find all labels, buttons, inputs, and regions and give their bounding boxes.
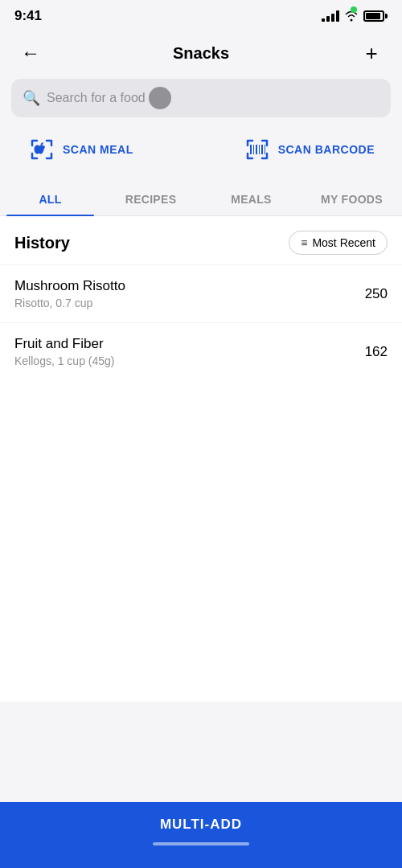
search-icon: 🔍 (23, 89, 40, 107)
tab-recipes[interactable]: RECIPES (100, 183, 201, 215)
food-item[interactable]: Mushroom Risotto Risotto, 0.7 cup 250 (0, 264, 402, 322)
history-title: History (14, 234, 70, 252)
empty-space (0, 380, 402, 702)
svg-rect-5 (265, 145, 265, 154)
back-button[interactable]: ← (16, 39, 45, 68)
food-name: Mushroom Risotto (14, 278, 125, 294)
barcode-scan-icon (243, 135, 272, 164)
meal-scan-icon (27, 135, 56, 164)
svg-rect-4 (261, 145, 263, 154)
page-title: Snacks (173, 44, 229, 63)
content-area: History ≡ Most Recent Mushroom Risotto R… (0, 216, 402, 702)
food-calories: 250 (365, 286, 388, 302)
svg-rect-3 (259, 145, 260, 154)
food-detail: Risotto, 0.7 cup (14, 297, 125, 309)
back-arrow-icon: ← (21, 43, 40, 63)
tab-meals[interactable]: MEALS (201, 183, 302, 215)
search-cursor (149, 87, 171, 109)
dot-indicator (351, 6, 357, 13)
search-bar[interactable]: 🔍 Search for a food (11, 79, 391, 117)
svg-rect-0 (250, 145, 252, 154)
scan-barcode-button[interactable]: SCAN BARCODE (227, 129, 391, 170)
status-bar: 9:41 (0, 0, 402, 29)
scan-options: SCAN MEAL SCAN BARCODE (11, 129, 391, 170)
search-input[interactable]: Search for a food (47, 87, 379, 109)
food-info: Mushroom Risotto Risotto, 0.7 cup (14, 278, 125, 309)
history-section-header: History ≡ Most Recent (0, 216, 402, 264)
tab-all[interactable]: ALL (0, 183, 100, 215)
food-name: Fruit and Fiber (14, 336, 115, 352)
bottom-bar: MULTI-ADD (0, 802, 402, 868)
signal-icon (322, 10, 339, 22)
svg-rect-2 (256, 145, 257, 154)
food-info: Fruit and Fiber Kellogs, 1 cup (45g) (14, 336, 115, 367)
search-placeholder: Search for a food (47, 91, 146, 105)
add-icon: + (365, 43, 377, 63)
page-header: ← Snacks + (0, 29, 402, 79)
food-calories: 162 (365, 344, 388, 360)
tab-my-foods[interactable]: MY FOODS (302, 183, 402, 215)
multi-add-button[interactable]: MULTI-ADD (160, 817, 242, 833)
sort-label: Most Recent (312, 236, 375, 249)
scan-meal-button[interactable]: SCAN MEAL (11, 129, 150, 170)
filter-tabs: ALL RECIPES MEALS MY FOODS (0, 183, 402, 216)
home-indicator (153, 842, 249, 845)
food-detail: Kellogs, 1 cup (45g) (14, 354, 115, 367)
add-button[interactable]: + (357, 39, 386, 68)
status-time: 9:41 (14, 8, 42, 24)
svg-rect-1 (253, 145, 254, 154)
sort-button[interactable]: ≡ Most Recent (289, 231, 388, 255)
food-item[interactable]: Fruit and Fiber Kellogs, 1 cup (45g) 162 (0, 322, 402, 380)
scan-meal-label: SCAN MEAL (63, 143, 133, 156)
scan-barcode-label: SCAN BARCODE (278, 143, 375, 156)
battery-icon (363, 10, 388, 22)
sort-icon: ≡ (301, 236, 307, 249)
